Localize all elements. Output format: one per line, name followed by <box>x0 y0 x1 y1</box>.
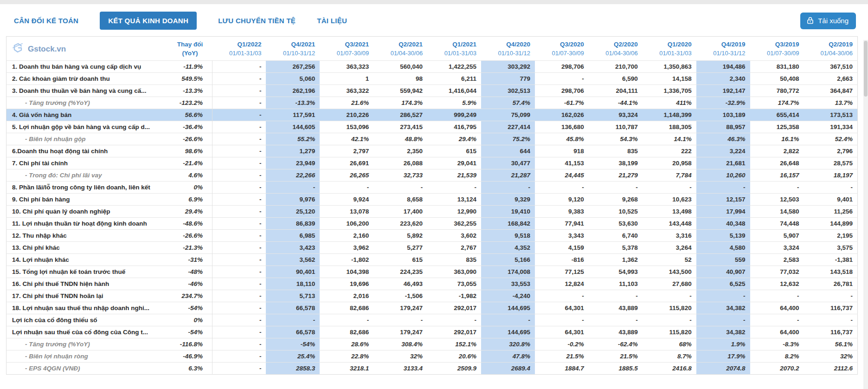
vertical-scrollbar[interactable] <box>863 40 868 389</box>
cell-q1-2022: - <box>212 338 266 350</box>
table-row[interactable]: 6.Doanh thu hoạt động tài chính98.6%-1,2… <box>6 145 858 157</box>
cell-q4-2021: 5,060 <box>266 73 320 85</box>
cell-q4-2020: 227,414 <box>481 121 535 133</box>
table-row[interactable]: 13. Chi phí khác-21.3%-3,4233,9625,2772,… <box>6 242 858 254</box>
cell-q4-2020: -4,240 <box>481 290 535 302</box>
cell-q3-2019: 5,907 <box>750 230 804 242</box>
table-row[interactable]: 3. Doanh thu thuần về bán hàng và cung c… <box>6 85 858 97</box>
table-row[interactable]: 8. Phần lãi/lỗ trong công ty liên doanh,… <box>6 182 858 194</box>
column-header-q1-2020: Q1/202001/01-31/03 <box>643 37 696 61</box>
table-row[interactable]: - Trong đó: Chi phí lãi vay4.6%-22,26626… <box>6 169 858 182</box>
cell-q2-2020: 54.3% <box>589 133 643 145</box>
cell-q1-2022: - <box>212 169 266 182</box>
table-row[interactable]: 2. Các khoản giảm trừ doanh thu549.5%-5,… <box>6 73 858 85</box>
cell-q2-2020: 1885.5 <box>589 363 643 375</box>
cell-q4-2020: 5,166 <box>481 254 535 266</box>
table-row[interactable]: 16. Chi phí thuế TNDN hiện hành-46%-18,1… <box>6 278 858 290</box>
cell-q4-2020: 644 <box>481 145 535 157</box>
cell-q3-2019: 12,503 <box>750 194 804 206</box>
cell-q3-2021: 9,924 <box>320 194 373 206</box>
table-row[interactable]: 11. Lợi nhuận thuần từ hoạt động kinh do… <box>6 218 858 230</box>
cell-q1-2020: 143,500 <box>643 266 696 278</box>
cell-q4-2019: 34,382 <box>696 302 750 314</box>
cell-q4-2020: 57.4% <box>481 97 535 109</box>
cell-q2-2020: 10,525 <box>589 206 643 218</box>
table-row[interactable]: 5. Lợi nhuận gộp về bán hàng và cung cấp… <box>6 121 858 133</box>
cell-q1-2022: - <box>212 242 266 254</box>
change-yoy-value: -48.6% <box>168 218 212 230</box>
tab-can-doi-ke-toan[interactable]: CÂN ĐỐI KẾ TOÁN <box>14 17 78 25</box>
cell-q2-2020: 53,630 <box>589 218 643 230</box>
table-row[interactable]: 1. Doanh thu bán hàng và cung cấp dịch v… <box>6 61 858 73</box>
tab-tai-lieu[interactable]: TÀI LIỆU <box>317 17 347 25</box>
table-row[interactable]: - Biên lợi nhuận gộp-26.6%-55.2%42.1%48.… <box>6 133 858 145</box>
cell-q3-2019: 64,400 <box>750 326 804 338</box>
table-row[interactable]: Lợi nhuận sau thuế của cổ đông của Công … <box>6 326 858 338</box>
cell-q1-2022: - <box>212 182 266 194</box>
cell-q3-2021: 2,016 <box>320 290 373 302</box>
cell-q2-2021: 2,350 <box>373 145 427 157</box>
table-row[interactable]: 14. Lợi nhuận khác-31%-3,562-1,802615835… <box>6 254 858 266</box>
cell-q4-2021: 86,839 <box>266 218 320 230</box>
table-row[interactable]: 18. Lợi nhuận sau thuế thu nhập doanh ng… <box>6 302 858 314</box>
cell-q4-2020: 75,099 <box>481 109 535 121</box>
table-row[interactable]: Lợi ích của cổ đông thiểu số0%----------… <box>6 314 858 326</box>
cell-q3-2021: 363,322 <box>320 85 373 97</box>
cell-q1-2022: - <box>212 266 266 278</box>
row-sub-label: - EPS 4QGN (VNĐ) <box>6 363 168 375</box>
cell-q2-2019: 2,663 <box>804 73 857 85</box>
column-header-q3-2019: Q3/201901/07-30/09 <box>750 37 804 61</box>
row-label: 7. Chi phí tài chính <box>6 157 168 169</box>
tab-ket-qua-kinh-doanh[interactable]: KẾT QUẢ KINH DOANH <box>100 12 197 30</box>
change-yoy-value: 29.4% <box>168 206 212 218</box>
cell-q1-2021: 999,249 <box>427 109 481 121</box>
cell-q1-2021: 13,124 <box>427 194 481 206</box>
table-row[interactable]: 9. Chi phí bán hàng6.9%-9,9769,9248,6581… <box>6 194 858 206</box>
table-row[interactable]: - Biên lợi nhuận ròng-46.9%-25.4%22.8%32… <box>6 350 858 363</box>
cell-q1-2020: - <box>643 290 696 302</box>
cell-q2-2021: 615 <box>373 254 427 266</box>
cell-q2-2019: 2,195 <box>804 230 857 242</box>
table-row[interactable]: 10. Chi phí quản lý doanh nghiệp29.4%-25… <box>6 206 858 218</box>
cell-q2-2021: 224,235 <box>373 266 427 278</box>
download-button[interactable]: Tải xuống <box>800 13 856 29</box>
cell-q1-2021: - <box>427 182 481 194</box>
cell-q4-2020: 168,842 <box>481 218 535 230</box>
cell-q1-2020: 27,680 <box>643 278 696 290</box>
table-row[interactable]: - EPS 4QGN (VNĐ)6.3%-2858.33218.13133.42… <box>6 363 858 375</box>
cell-q1-2020: 3,316 <box>643 230 696 242</box>
table-row[interactable]: - Tăng trưởng (%YoY)-123.2%--13.3%21.6%1… <box>6 97 858 109</box>
cell-q2-2021: 17,400 <box>373 206 427 218</box>
cell-q3-2021: 13,078 <box>320 206 373 218</box>
cell-q4-2019: 192,147 <box>696 85 750 97</box>
cell-q2-2019: 2,796 <box>804 145 857 157</box>
cell-q1-2020: 3,264 <box>643 242 696 254</box>
cell-q4-2019: 559 <box>696 254 750 266</box>
tab-luu-chuyen-tien-te[interactable]: LƯU CHUYỂN TIỀN TỆ <box>218 17 296 25</box>
table-row[interactable]: 12. Thu nhập khác-26.6%-6,9852,1605,8923… <box>6 230 858 242</box>
table-row[interactable]: - Tăng trưởng (%YoY)-116.8%--54%28.6%308… <box>6 338 858 350</box>
cell-q3-2020: - <box>535 182 589 194</box>
cell-q4-2021: 1,279 <box>266 145 320 157</box>
cell-q3-2021: 19,696 <box>320 278 373 290</box>
cell-q2-2019: 2112.6 <box>804 363 857 375</box>
cell-q2-2020: - <box>589 314 643 326</box>
cell-q3-2021: 1 <box>320 73 373 85</box>
cell-q4-2019: 103,189 <box>696 109 750 121</box>
vertical-scrollbar-thumb[interactable] <box>864 41 868 97</box>
cell-q1-2022: - <box>212 218 266 230</box>
table-row[interactable]: 4. Giá vốn hàng bán56.6%-117,591210,2262… <box>6 109 858 121</box>
table-row[interactable]: 15. Tổng lợi nhuận kế toán trước thuế-48… <box>6 266 858 278</box>
table-row[interactable]: 17. Chi phí thuế TNDN hoãn lại234.7%-5,7… <box>6 290 858 302</box>
cell-q2-2020: 6,740 <box>589 230 643 242</box>
cell-q2-2020: 210,700 <box>589 61 643 73</box>
row-label: 6.Doanh thu hoạt động tài chính <box>6 145 168 157</box>
cell-q2-2020: 43,889 <box>589 302 643 314</box>
cell-q4-2020: 75.2% <box>481 133 535 145</box>
cell-q2-2020: 835 <box>589 145 643 157</box>
top-strip <box>0 0 868 4</box>
cell-q3-2020: -0.2% <box>535 338 589 350</box>
table-row[interactable]: 7. Chi phí tài chính-21.4%-23,94926,6912… <box>6 157 858 169</box>
row-label: 8. Phần lãi/lỗ trong công ty liên doanh,… <box>6 182 168 194</box>
cell-q4-2020: 779 <box>481 73 535 85</box>
